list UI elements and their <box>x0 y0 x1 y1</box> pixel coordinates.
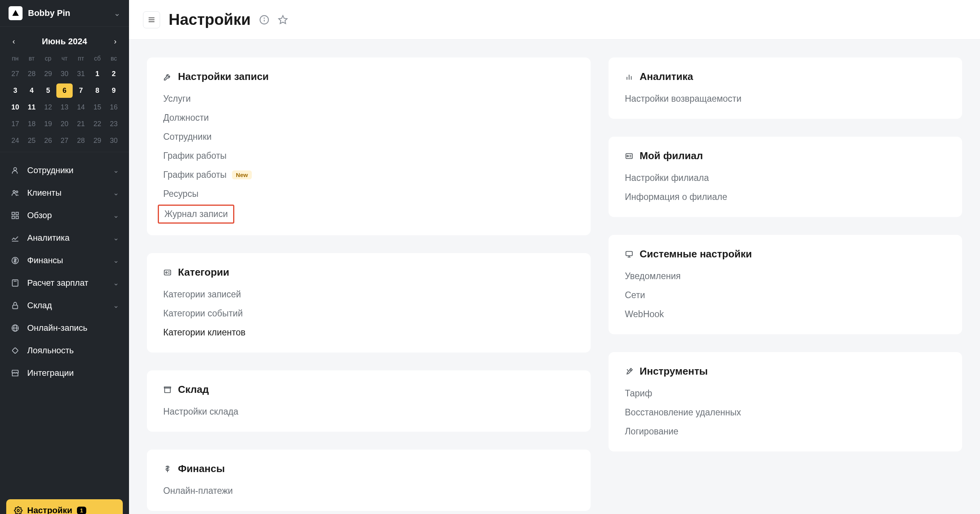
cal-day[interactable]: 27 <box>7 67 23 81</box>
hamburger-button[interactable] <box>143 11 160 28</box>
brand-name: Bobby Pin <box>28 8 108 18</box>
calendar-title: Июнь 2024 <box>42 36 87 47</box>
settings-link[interactable]: Категории записей <box>163 289 574 300</box>
page-header: Настройки <box>129 0 980 40</box>
new-badge: New <box>232 170 252 179</box>
settings-link[interactable]: Журнал записи <box>163 208 574 221</box>
settings-link[interactable]: Категории клиентов <box>163 327 574 338</box>
settings-link[interactable]: График работыNew <box>163 170 574 180</box>
gear-icon <box>14 506 23 514</box>
cal-day[interactable]: 9 <box>106 83 122 98</box>
cal-day[interactable]: 28 <box>73 134 89 148</box>
cal-day[interactable]: 26 <box>40 134 56 148</box>
nav-label: Онлайн-запись <box>27 323 119 333</box>
cal-next-icon[interactable]: › <box>111 35 120 47</box>
settings-link[interactable]: График работы <box>163 151 574 161</box>
nav-item-8[interactable]: Лояльность <box>0 339 129 362</box>
settings-link[interactable]: Сети <box>625 290 946 300</box>
nav-label: Обзор <box>27 210 106 221</box>
cal-day[interactable]: 16 <box>106 100 122 115</box>
nav-item-6[interactable]: Склад ⌄ <box>0 294 129 317</box>
cal-day[interactable]: 24 <box>7 134 23 148</box>
settings-link[interactable]: Должности <box>163 113 574 123</box>
cal-day[interactable]: 19 <box>40 117 56 131</box>
nav-label: Финансы <box>27 255 106 266</box>
nav-item-5[interactable]: Расчет зарплат ⌄ <box>0 272 129 294</box>
cal-day[interactable]: 22 <box>89 117 105 131</box>
cal-dow: вс <box>106 53 122 64</box>
cal-day[interactable]: 2 <box>106 67 122 81</box>
cal-day[interactable]: 28 <box>23 67 40 81</box>
bars-icon <box>625 73 633 81</box>
settings-link[interactable]: Уведомления <box>625 271 946 281</box>
settings-link[interactable]: Восстановление удаленных <box>625 407 946 418</box>
nav-item-9[interactable]: Интеграции <box>0 362 129 384</box>
cal-day[interactable]: 10 <box>7 100 23 115</box>
cal-day[interactable]: 21 <box>73 117 89 131</box>
settings-link[interactable]: Тариф <box>625 388 946 399</box>
settings-link[interactable]: Настройки возвращаемости <box>625 94 946 104</box>
settings-link[interactable]: Настройки филиала <box>625 173 946 183</box>
cal-day[interactable]: 31 <box>73 67 89 81</box>
dollar-icon <box>163 465 172 473</box>
nav-item-4[interactable]: Финансы ⌄ <box>0 249 129 272</box>
nav-item-3[interactable]: Аналитика ⌄ <box>0 227 129 249</box>
nav-item-2[interactable]: Обзор ⌄ <box>0 204 129 227</box>
cal-day[interactable]: 17 <box>7 117 23 131</box>
settings-link[interactable]: Услуги <box>163 94 574 104</box>
chevron-down-icon: ⌄ <box>113 301 119 310</box>
nav-item-0[interactable]: Сотрудники ⌄ <box>0 159 129 182</box>
cal-day[interactable]: 5 <box>40 83 56 98</box>
card-left-0: Настройки записиУслугиДолжностиСотрудник… <box>147 57 591 235</box>
info-icon[interactable] <box>259 15 269 25</box>
cal-day[interactable]: 7 <box>73 83 89 98</box>
nav-item-7[interactable]: Онлайн-запись <box>0 317 129 339</box>
star-icon[interactable] <box>278 15 288 25</box>
cal-day[interactable]: 29 <box>40 67 56 81</box>
box-icon <box>163 386 172 394</box>
settings-link[interactable]: WebHook <box>625 309 946 320</box>
settings-link[interactable]: Логирование <box>625 426 946 437</box>
link-label: Настройки возвращаемости <box>625 94 741 104</box>
svg-rect-42 <box>626 251 633 255</box>
settings-link[interactable]: Настройки склада <box>163 406 574 417</box>
nav-item-1[interactable]: Клиенты ⌄ <box>0 182 129 204</box>
cal-day[interactable]: 13 <box>56 100 73 115</box>
link-label: Категории событий <box>163 308 243 319</box>
link-label: Ресурсы <box>163 189 199 199</box>
cal-day[interactable]: 15 <box>89 100 105 115</box>
cal-day[interactable]: 23 <box>106 117 122 131</box>
settings-link[interactable]: Категории событий <box>163 308 574 319</box>
settings-link[interactable]: Сотрудники <box>163 132 574 142</box>
cal-day[interactable]: 30 <box>106 134 122 148</box>
cal-prev-icon[interactable]: ‹ <box>9 35 18 47</box>
settings-link[interactable]: Онлайн-платежи <box>163 486 574 496</box>
cal-day[interactable]: 27 <box>56 134 73 148</box>
cal-day[interactable]: 14 <box>73 100 89 115</box>
settings-button[interactable]: Настройки 1 <box>6 499 123 514</box>
cal-day[interactable]: 25 <box>23 134 40 148</box>
cal-day[interactable]: 8 <box>89 83 105 98</box>
chart-icon <box>10 234 20 242</box>
grid-icon <box>10 211 20 220</box>
cal-day[interactable]: 30 <box>56 67 73 81</box>
cal-day[interactable]: 3 <box>7 83 23 98</box>
cal-day[interactable]: 20 <box>56 117 73 131</box>
cal-day[interactable]: 4 <box>23 83 40 98</box>
link-label: Услуги <box>163 94 191 104</box>
cal-day[interactable]: 11 <box>23 100 40 115</box>
settings-link[interactable]: Информация о филиале <box>625 192 946 202</box>
svg-point-27 <box>264 18 265 18</box>
cal-day[interactable]: 18 <box>23 117 40 131</box>
settings-link[interactable]: Ресурсы <box>163 189 574 199</box>
card-title: Настройки записи <box>178 71 269 83</box>
cal-day[interactable]: 29 <box>89 134 105 148</box>
sidebar-header[interactable]: Bobby Pin ⌄ <box>0 0 129 27</box>
shop-icon <box>10 369 20 377</box>
cal-day[interactable]: 6 <box>56 83 73 98</box>
cal-day[interactable]: 1 <box>89 67 105 81</box>
chevron-down-icon: ⌄ <box>113 279 119 287</box>
cal-day[interactable]: 12 <box>40 100 56 115</box>
chevron-down-icon[interactable]: ⌄ <box>114 9 120 18</box>
svg-rect-6 <box>16 216 18 219</box>
